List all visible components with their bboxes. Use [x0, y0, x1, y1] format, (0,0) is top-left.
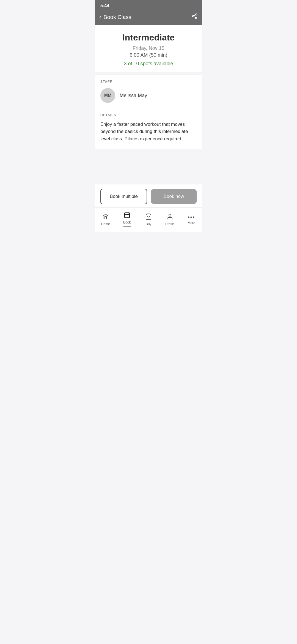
class-time: 6:00 AM (50 min) [100, 52, 197, 58]
status-bar: 5:44 [95, 0, 202, 10]
svg-point-10 [169, 214, 171, 216]
nav-label-buy: Buy [146, 222, 152, 226]
svg-rect-5 [125, 213, 130, 218]
toolbar: ‹ Book Class [95, 10, 202, 25]
staff-name: Melissa May [120, 93, 147, 99]
staff-row: MM Melissa May [100, 88, 197, 103]
staff-label: STAFF [100, 80, 197, 84]
details-section: DETAILS Enjoy a faster paced workout tha… [95, 108, 202, 149]
profile-icon [167, 213, 173, 221]
back-icon: ‹ [99, 13, 101, 21]
back-button[interactable]: ‹ Book Class [99, 13, 131, 21]
nav-item-profile[interactable]: Profile [162, 212, 178, 227]
more-icon: ••• [188, 214, 195, 220]
spots-available: 3 of 10 spots available [100, 61, 197, 67]
details-text: Enjoy a faster paced workout that moves … [100, 121, 197, 143]
class-date: Friday, Nov 15 [100, 45, 197, 51]
toolbar-title: Book Class [103, 14, 131, 20]
staff-section: STAFF MM Melissa May [95, 75, 202, 108]
details-label: DETAILS [100, 113, 197, 117]
share-icon[interactable] [192, 13, 198, 21]
home-icon [102, 213, 109, 221]
book-multiple-button[interactable]: Book multiple [100, 189, 147, 204]
buy-icon [145, 213, 152, 221]
action-area: Book multiple Book now [95, 184, 202, 208]
bottom-nav: Home Book Buy [95, 208, 202, 232]
staff-avatar: MM [100, 88, 115, 103]
nav-item-home[interactable]: Home [97, 212, 114, 227]
class-title: Intermediate [100, 32, 197, 43]
nav-item-buy[interactable]: Buy [140, 212, 157, 227]
nav-label-profile: Profile [165, 222, 175, 226]
book-icon [124, 212, 130, 219]
status-time: 5:44 [100, 3, 109, 8]
class-info: Intermediate Friday, Nov 15 6:00 AM (50 … [95, 25, 202, 72]
nav-label-more: More [188, 221, 195, 225]
svg-line-4 [194, 15, 196, 16]
nav-item-more[interactable]: ••• More [183, 213, 200, 226]
nav-item-book[interactable]: Book [119, 211, 135, 228]
nav-label-home: Home [101, 222, 110, 226]
svg-line-3 [194, 17, 196, 18]
content-spacer [95, 149, 202, 184]
nav-label-book: Book [123, 220, 131, 224]
book-now-button[interactable]: Book now [151, 189, 197, 204]
